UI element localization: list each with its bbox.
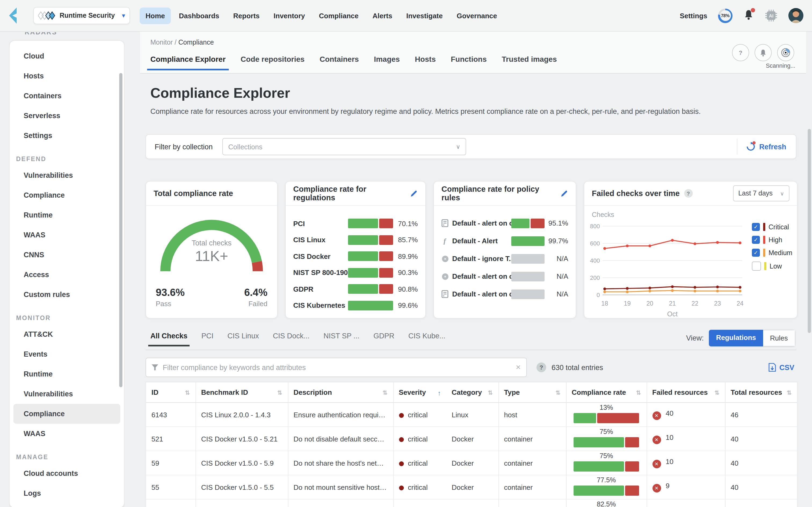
column-header-type[interactable]: Type⇅	[499, 382, 566, 402]
checked-checkbox[interactable]: ✓	[752, 236, 760, 244]
sidebar-item-defenders[interactable]: Defenders	[13, 503, 120, 507]
sort-icon[interactable]: ⇅	[636, 389, 641, 396]
sort-icon[interactable]: ⇅	[383, 389, 388, 396]
tab-compliance-explorer[interactable]: Compliance Explorer	[151, 55, 226, 70]
sort-icon[interactable]: ⇅	[714, 389, 719, 396]
sidebar-item-access[interactable]: Access	[13, 265, 120, 285]
policy-rule-row[interactable]: Default - alert on c...N/A	[442, 285, 568, 303]
edit-pencil-icon[interactable]	[560, 189, 568, 198]
help-question-icon[interactable]: ?	[684, 189, 693, 198]
column-header-compliance-rate[interactable]: Compliance rate⇅	[566, 382, 647, 402]
checks-tab-cis-linux[interactable]: CIS Linux	[227, 332, 259, 346]
help-button[interactable]: ?	[732, 44, 749, 61]
checks-tab-gdpr[interactable]: GDPR	[373, 332, 395, 346]
sidebar-item-cloud[interactable]: Cloud	[13, 46, 120, 66]
csv-export-button[interactable]: CSV	[768, 363, 797, 372]
breadcrumb-parent[interactable]: Monitor	[151, 39, 173, 46]
column-header-category[interactable]: Category⇅	[446, 382, 499, 402]
scan-status-button[interactable]	[777, 44, 794, 61]
sidebar-item-compliance[interactable]: Compliance	[13, 185, 120, 205]
sidebar-item-runtime[interactable]: Runtime	[13, 205, 120, 225]
checks-tab-nist-sp-[interactable]: NIST SP ...	[324, 332, 359, 346]
policy-rule-row[interactable]: Default - ignore T...N/A	[442, 250, 568, 268]
sort-icon[interactable]: ⇅	[277, 389, 282, 396]
sidebar-item-waas[interactable]: WAAS	[13, 424, 120, 444]
column-header-benchmark-id[interactable]: Benchmark ID⇅	[195, 382, 288, 402]
sidebar-scrollbar[interactable]	[119, 73, 122, 387]
legend-item-low[interactable]: Low	[752, 262, 793, 271]
sidebar-item-cloud-accounts[interactable]: Cloud accounts	[13, 463, 120, 484]
legend-item-high[interactable]: ✓High	[752, 236, 793, 244]
view-option-regulations[interactable]: Regulations	[709, 330, 763, 346]
regulation-row[interactable]: NIST SP 800-19090.3%	[293, 265, 418, 281]
sort-icon[interactable]: ⇅	[787, 389, 792, 396]
regulation-row[interactable]: PCI70.1%	[293, 215, 418, 232]
sidebar-item-compliance[interactable]: Compliance	[13, 404, 120, 424]
table-row[interactable]: 59CIS Docker v1.5.0 - 5.9Do not share th…	[146, 451, 797, 475]
policy-rule-row[interactable]: Default - alert on c...95.1%	[442, 214, 568, 232]
product-switcher[interactable]: Runtime Security ▾	[33, 7, 130, 24]
sidebar-item-runtime[interactable]: Runtime	[13, 364, 120, 384]
nav-item-compliance[interactable]: Compliance	[313, 7, 364, 24]
regulation-row[interactable]: CIS Docker89.9%	[293, 248, 418, 265]
legend-item-medium[interactable]: ✓Medium	[752, 249, 793, 257]
sidebar-item-waas[interactable]: WAAS	[13, 225, 120, 245]
sidebar-item-vulnerabilities[interactable]: Vulnerabilities	[13, 384, 120, 404]
sort-arrow-asc-icon[interactable]: ↑	[438, 389, 441, 397]
sidebar-item-cnns[interactable]: CNNS	[13, 245, 120, 265]
sidebar-item-settings[interactable]: Settings	[13, 126, 120, 146]
nav-item-investigate[interactable]: Investigate	[400, 7, 449, 24]
sort-icon[interactable]: ⇅	[556, 389, 561, 396]
nav-item-home[interactable]: Home	[139, 7, 171, 24]
tab-containers[interactable]: Containers	[320, 55, 359, 70]
sidebar-item-custom-rules[interactable]: Custom rules	[13, 285, 120, 304]
sidebar-item-serverless[interactable]: Serverless	[13, 106, 120, 126]
user-avatar[interactable]	[789, 8, 803, 23]
refresh-button[interactable]: Refresh	[737, 138, 796, 155]
time-range-select[interactable]: Last 7 days ∨	[733, 185, 790, 202]
collections-select[interactable]: Collections ∨	[222, 138, 466, 155]
regulation-row[interactable]: GDPR90.8%	[293, 281, 418, 297]
column-header-severity[interactable]: Severity↑	[393, 382, 446, 402]
nav-item-dashboards[interactable]: Dashboards	[173, 7, 225, 24]
column-header-id[interactable]: ID⇅	[146, 382, 195, 402]
checked-checkbox[interactable]: ✓	[752, 223, 760, 231]
page-scrollbar[interactable]	[808, 129, 811, 333]
nav-item-governance[interactable]: Governance	[451, 7, 503, 24]
progress-ring[interactable]: 78%	[718, 8, 733, 23]
table-row[interactable]: 6143CIS Linux 2.0.0 - 1.4.3Ensure authen…	[146, 402, 797, 427]
view-option-rules[interactable]: Rules	[763, 330, 796, 346]
regulation-row[interactable]: CIS Linux85.7%	[293, 232, 418, 248]
sort-icon[interactable]: ⇅	[185, 389, 190, 396]
sidebar-item-vulnerabilities[interactable]: Vulnerabilities	[13, 165, 120, 185]
sidebar-item-att-ck[interactable]: ATT&CK	[13, 324, 120, 344]
tab-images[interactable]: Images	[374, 55, 400, 70]
table-row[interactable]: 55CIS Docker v1.5.0 - 5.5Do not mount se…	[146, 475, 797, 499]
alerts-bell-button[interactable]	[755, 44, 772, 61]
sidebar-item-logs[interactable]: Logs	[13, 484, 120, 503]
tab-hosts[interactable]: Hosts	[415, 55, 436, 70]
nav-item-reports[interactable]: Reports	[227, 7, 266, 24]
sidebar-item-containers[interactable]: Containers	[13, 86, 120, 106]
column-header-failed-resources[interactable]: Failed resources⇅	[647, 382, 725, 402]
edit-pencil-icon[interactable]	[410, 189, 418, 198]
clear-filter-icon[interactable]: ✕	[516, 363, 521, 371]
filter-help-icon[interactable]: ?	[536, 362, 546, 372]
checks-tab-all-checks[interactable]: All Checks	[151, 332, 187, 346]
regulation-row[interactable]: CIS Kubernetes99.6%	[293, 297, 418, 314]
table-row[interactable]: 515CIS Docker v1.5.0 - 5.15Do not share …	[146, 499, 797, 507]
legend-item-critical[interactable]: ✓Critical	[752, 223, 793, 231]
notifications-bell-icon[interactable]	[743, 9, 754, 22]
policy-rule-row[interactable]: fDefault - Alert99.7%	[442, 232, 568, 250]
sort-icon[interactable]: ⇅	[488, 389, 493, 396]
checked-checkbox[interactable]: ✓	[752, 249, 760, 257]
sidebar-item-events[interactable]: Events	[13, 344, 120, 364]
checks-tab-pci[interactable]: PCI	[201, 332, 214, 346]
column-header-description[interactable]: Description⇅	[288, 382, 393, 402]
nav-item-inventory[interactable]: Inventory	[268, 7, 311, 24]
unchecked-checkbox[interactable]	[752, 262, 761, 271]
checks-tab-cis-dock-[interactable]: CIS Dock...	[273, 332, 309, 346]
ai-chip-icon[interactable]: AI	[765, 9, 777, 22]
tab-functions[interactable]: Functions	[451, 55, 487, 70]
table-filter-input[interactable]: Filter compliance by keywords and attrib…	[146, 358, 527, 377]
